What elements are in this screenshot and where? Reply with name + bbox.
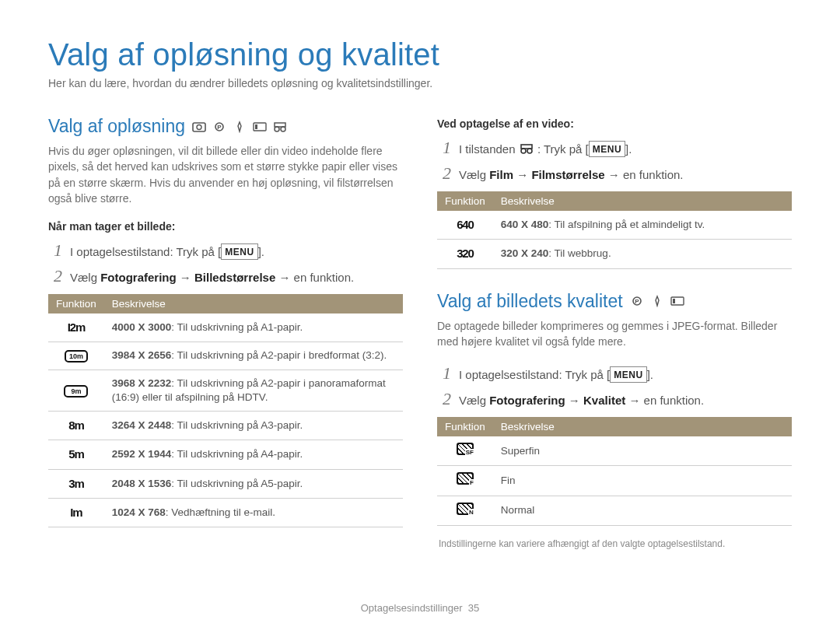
resolution-value: 4000 X 3000 [112,321,172,333]
beauty-mode-icon [649,295,665,307]
step-text-part: → en funktion. [625,394,704,407]
svg-text:P: P [635,298,639,305]
resolution-icon-cell: 10m [48,342,104,370]
video-step-1: 1 I tilstanden : Tryk på [MENU]. [437,138,792,159]
svg-rect-8 [275,123,285,127]
step-text-part: Vælg [70,271,100,284]
photo-resolution-table: Funktion Beskrivelse I2m 4000 X 3000: Ti… [48,294,403,527]
table-row: Fin [437,466,792,496]
resolution-icon-cell: 5m [48,440,104,469]
resolution-desc: : Til afspilning på et almindeligt tv. [548,219,705,230]
section-resolution-body: Hvis du øger opløsningen, vil dit billed… [48,143,403,206]
svg-point-6 [275,127,279,131]
resolution-desc: : Til udskrivning på A1-papir. [171,321,303,333]
video-resolution-table: Funktion Beskrivelse 640 640 X 480: Til … [437,191,792,269]
quality-icon-cell [437,436,493,466]
quality-normal-icon [457,503,474,515]
resolution-value: 3968 X 2232 [112,377,172,389]
table-row: 320 320 X 240: Til webbrug. [437,240,792,268]
resolution-desc-cell: 3984 X 2656: Til udskrivning på A2-papir… [104,342,403,370]
table-row: 9m 3968 X 2232: Til udskrivning på A2-pa… [48,370,403,411]
resolution-value: 1024 X 768 [112,506,166,518]
step-number: 1 [437,138,451,158]
scene-mode-icon [252,121,268,133]
bold-label: Billedstørrelse [194,271,275,284]
resolution-desc-cell: 2592 X 1944: Til udskrivning på A4-papir… [104,440,403,469]
step-text: I optagelsestilstand: Tryk på [MENU]. [70,243,264,261]
res-3m-icon: 3m [68,477,83,490]
table-header-row: Funktion Beskrivelse [48,294,403,313]
table-row: 10m 3984 X 2656: Til udskrivning på A2-p… [48,342,403,370]
resolution-icon-cell: 8m [48,412,104,440]
resolution-desc-cell: 4000 X 3000: Til udskrivning på A1-papir… [104,313,403,342]
table-header-function: Funktion [437,191,493,211]
photo-step-2: 2 Vælg Fotografering → Billedstørrelse →… [48,266,403,287]
video-step-2: 2 Vælg Film → Filmstørrelse → en funktio… [437,163,792,184]
svg-rect-5 [255,124,257,129]
quality-icon-cell [437,466,493,496]
table-row: Normal [437,496,792,525]
resolution-icon-cell: 640 [437,211,493,240]
step-number: 2 [48,266,62,286]
svg-point-9 [521,149,526,153]
footer-page-number: 35 [468,602,479,614]
video-mode-icon [272,121,288,133]
resolution-icon-cell: 320 [437,240,493,268]
quality-label-cell: Fin [493,466,792,496]
table-header-row: Funktion Beskrivelse [437,417,792,436]
resolution-desc-cell: 2048 X 1536: Til udskrivning på A5-papir… [104,469,403,498]
resolution-desc: : Til udskrivning på A5-papir. [171,478,303,489]
resolution-value: 2592 X 1944 [112,448,172,460]
resolution-value: 320 X 240 [501,247,549,259]
resolution-icon-cell: 3m [48,469,104,498]
quality-fine-icon [457,472,474,485]
quality-footnote: Indstillingerne kan variere afhængigt af… [437,538,792,549]
bold-label: Film [489,168,513,181]
svg-text:P: P [217,124,222,131]
table-header-description: Beskrivelse [104,294,403,313]
svg-rect-15 [673,299,675,303]
section-quality-title: Valg af billedets kvalitet [437,291,623,312]
resolution-desc-cell: 640 X 480: Til afspilning på et almindel… [493,211,792,240]
mode-icons: P [191,121,288,133]
res-320-icon: 320 [457,247,473,260]
section-quality-heading: Valg af billedets kvalitet P [437,291,792,312]
smart-mode-icon [191,121,207,133]
table-header-function: Funktion [437,417,493,436]
step-text: Vælg Fotografering → Billedstørrelse → e… [70,269,354,287]
table-row: 3m 2048 X 1536: Til udskrivning på A5-pa… [48,469,403,498]
step-text-part: Vælg [459,168,489,181]
bold-label: Kvalitet [583,394,625,407]
table-row: 8m 3264 X 2448: Til udskrivning på A3-pa… [48,412,403,440]
quality-superfine-icon [457,443,474,455]
svg-point-7 [281,127,285,131]
res-5m-icon: 5m [68,447,83,461]
step-number: 2 [437,389,451,409]
step-text-part: → en funktion. [275,271,354,284]
section-resolution-heading: Valg af opløsning P [48,116,403,137]
step-text-part: ]. [258,245,264,258]
quality-table: Funktion Beskrivelse Superfin Fin Normal [437,417,792,526]
resolution-icon-cell: I2m [48,313,104,342]
page-title: Valg af opløsning og kvalitet [48,37,792,72]
svg-rect-11 [521,145,532,149]
menu-button-label: MENU [589,141,625,157]
table-row: Superfin [437,436,792,466]
step-text-part: ]. [647,368,653,381]
beauty-mode-icon [232,121,247,133]
step-number: 1 [48,240,62,261]
res-640-icon: 640 [457,218,473,231]
table-row: 640 640 X 480: Til afspilning på et almi… [437,211,792,240]
resolution-icon-cell: 9m [48,370,104,411]
resolution-desc: : Til udskrivning på A3-papir. [171,419,303,431]
step-text-part: I optagelsestilstand: Tryk på [ [70,245,221,258]
step-text-part: Vælg [459,394,489,407]
step-text-part: ]. [625,142,632,156]
resolution-desc-cell: 3264 X 2448: Til udskrivning på A3-papir… [104,412,403,440]
resolution-desc-cell: 3968 X 2232: Til udskrivning på A2-papir… [104,370,403,411]
bold-label: Fotografering [489,394,565,407]
video-mode-inline-icon [519,142,534,155]
quality-label-cell: Normal [493,496,792,525]
menu-button-label: MENU [221,243,257,260]
svg-rect-0 [193,123,205,131]
